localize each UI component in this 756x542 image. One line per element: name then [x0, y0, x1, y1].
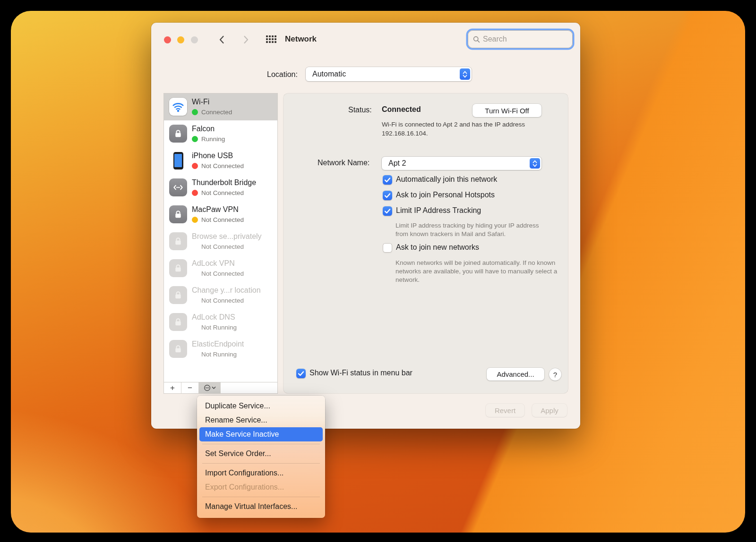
network-name-label: Network Name: — [318, 159, 369, 167]
service-row-change-location[interactable]: Change y...r location Not Connected — [164, 282, 277, 309]
zoom-button — [191, 36, 198, 43]
lock-icon — [169, 125, 187, 143]
services-sidebar: Wi-Fi Connected Falcon Running iPhone US… — [164, 93, 277, 393]
apply-button[interactable]: Apply — [532, 404, 567, 417]
iphone-icon — [169, 152, 187, 169]
search-input[interactable] — [483, 35, 558, 43]
service-actions-menu: Duplicate Service... Rename Service... M… — [197, 396, 325, 518]
lock-icon — [169, 340, 187, 358]
service-row-adlock-dns[interactable]: AdLock DNS Not Running — [164, 309, 277, 336]
status-label: Status: — [348, 106, 372, 114]
add-service-button[interactable]: + — [164, 382, 181, 393]
service-row-adlock-vpn[interactable]: AdLock VPN Not Connected — [164, 255, 277, 282]
service-row-macpaw-vpn[interactable]: MacPaw VPN Not Connected — [164, 201, 277, 228]
network-name-popup[interactable]: Apt 2 — [382, 157, 541, 170]
service-row-browse-privately[interactable]: Browse se...privately Not Connected — [164, 228, 277, 255]
minimize-button[interactable] — [177, 36, 184, 43]
thunderbolt-bridge-icon — [169, 178, 187, 196]
show-wifi-status-label: Show Wi-Fi status in menu bar — [309, 369, 412, 377]
status-dot-yellow — [192, 217, 198, 223]
close-button[interactable] — [164, 36, 171, 43]
revert-button[interactable]: Revert — [486, 404, 524, 417]
lock-icon — [169, 313, 187, 331]
checkmark-icon — [383, 191, 392, 200]
network-preferences-window: Network Location: Automatic Wi-Fi Connec… — [151, 23, 580, 429]
location-value: Automatic — [312, 70, 346, 78]
service-row-falcon[interactable]: Falcon Running — [164, 120, 277, 147]
lock-icon — [169, 259, 187, 277]
location-label: Location: — [267, 70, 298, 79]
menu-item-duplicate-service[interactable]: Duplicate Service... — [197, 399, 325, 413]
show-all-grid-icon[interactable] — [266, 35, 276, 43]
status-description: Wi-Fi is connected to Apt 2 and has the … — [382, 120, 546, 138]
menu-item-rename-service[interactable]: Rename Service... — [197, 413, 325, 427]
service-row-wifi[interactable]: Wi-Fi Connected — [164, 93, 277, 120]
service-actions-button[interactable] — [199, 382, 221, 393]
help-button[interactable]: ? — [549, 368, 561, 381]
sidebar-toolbar: + − — [164, 382, 277, 393]
service-row-elasticendpoint[interactable]: ElasticEndpoint Not Running — [164, 336, 277, 363]
status-dot-green — [192, 136, 198, 142]
checkmark-icon — [383, 206, 392, 216]
window-title: Network — [285, 34, 317, 44]
lock-icon — [169, 232, 187, 250]
wifi-detail-panel: Status: Connected Turn Wi-Fi Off Wi-Fi i… — [284, 93, 568, 393]
ellipsis-circle-icon — [204, 384, 211, 391]
status-dot-red — [192, 163, 198, 169]
menu-separator — [202, 444, 320, 444]
remove-service-button[interactable]: − — [181, 382, 199, 393]
service-row-thunderbolt-bridge[interactable]: Thunderbolt Bridge Not Connected — [164, 174, 277, 201]
menu-item-import-configurations[interactable]: Import Configurations... — [197, 466, 325, 480]
stepper-icon — [460, 68, 470, 80]
titlebar[interactable]: Network — [151, 23, 580, 57]
advanced-button[interactable]: Advanced... — [487, 368, 544, 381]
status-value: Connected — [382, 105, 421, 114]
auto-join-checkbox[interactable] — [383, 175, 392, 185]
menu-item-manage-virtual-interfaces[interactable]: Manage Virtual Interfaces... — [197, 500, 325, 514]
network-name-value: Apt 2 — [388, 159, 406, 168]
menu-item-make-service-inactive[interactable]: Make Service Inactive — [199, 427, 323, 441]
service-row-iphone-usb[interactable]: iPhone USB Not Connected — [164, 147, 277, 174]
chevron-down-icon — [212, 386, 216, 390]
search-field[interactable] — [468, 30, 573, 48]
menu-item-set-service-order[interactable]: Set Service Order... — [197, 447, 325, 461]
turn-wifi-off-button[interactable]: Turn Wi-Fi Off — [472, 104, 541, 117]
back-icon[interactable] — [217, 34, 227, 45]
status-dot-green — [192, 109, 198, 115]
stepper-icon — [530, 158, 540, 169]
search-icon — [473, 36, 480, 43]
show-wifi-status-checkbox[interactable] — [296, 369, 306, 378]
ask-join-networks-checkbox[interactable] — [383, 243, 392, 253]
checkmark-icon — [383, 175, 392, 185]
location-popup[interactable]: Automatic — [306, 67, 472, 81]
checkmark-icon — [296, 369, 306, 378]
forward-icon[interactable] — [241, 34, 251, 45]
menu-separator — [202, 463, 320, 464]
personal-hotspots-checkbox[interactable] — [383, 191, 392, 200]
lock-icon — [169, 286, 187, 304]
limit-ip-note: Limit IP address tracking by hiding your… — [395, 221, 548, 238]
status-dot-red — [192, 190, 198, 196]
menu-item-export-configurations: Export Configurations... — [197, 480, 325, 494]
menu-separator — [202, 497, 320, 497]
ask-join-note: Known networks will be joined automatica… — [395, 259, 560, 284]
wifi-icon — [169, 98, 187, 116]
limit-ip-tracking-checkbox[interactable] — [383, 206, 392, 216]
lock-icon — [169, 205, 187, 223]
